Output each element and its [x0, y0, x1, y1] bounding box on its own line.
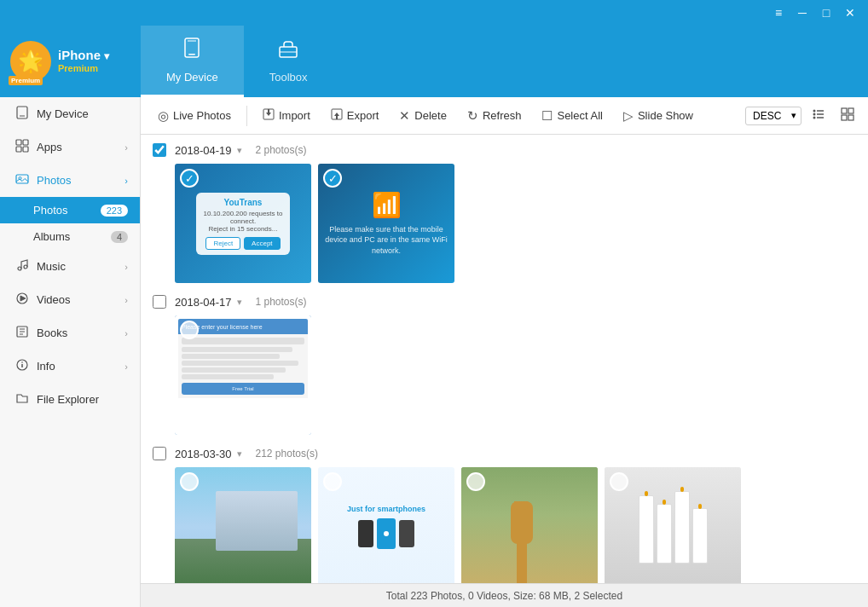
live-photos-button[interactable]: ◎ Live Photos: [149, 104, 240, 128]
sidebar-item-my-device[interactable]: My Device: [0, 97, 140, 130]
wifi-icon: 📶: [372, 191, 402, 219]
photo-check-4: [180, 472, 199, 491]
svg-rect-9: [16, 147, 21, 152]
date-count-2018-03-30: 212 photos(s): [256, 448, 318, 460]
sort-select[interactable]: DESC ASC: [745, 107, 801, 125]
svg-point-30: [813, 116, 816, 119]
sidebar-item-photos-label: Photos: [37, 174, 118, 187]
my-device-icon: [180, 37, 204, 66]
svg-rect-34: [842, 115, 847, 120]
music-icon: [14, 258, 30, 275]
sidebar-item-info[interactable]: Info ›: [0, 350, 140, 383]
photo-thumb-5[interactable]: Just for smartphones: [318, 467, 454, 583]
apps-icon: [14, 139, 30, 155]
sidebar-item-books[interactable]: Books ›: [0, 316, 140, 350]
photo-check-6: [466, 472, 485, 491]
tab-toolbox-label: Toolbox: [269, 71, 308, 84]
photo-check-5: [323, 472, 342, 491]
sidebar-item-videos[interactable]: Videos ›: [0, 283, 140, 316]
music-arrow-icon: ›: [124, 262, 128, 272]
date-label-2018-04-17: 2018-04-17 ▾: [175, 296, 242, 309]
list-view-button[interactable]: [807, 104, 830, 128]
date-arrow-icon: ▾: [237, 145, 242, 156]
photos-content[interactable]: 2018-04-19 ▾ 2 photos(s) YouTrans 10.10.…: [141, 135, 868, 583]
select-all-button[interactable]: ☐ Select All: [533, 104, 610, 128]
date-header-2018-03-30: 2018-03-30 ▾ 212 photos(s): [153, 447, 856, 460]
svg-rect-33: [848, 108, 854, 113]
photo-thumb-1[interactable]: YouTrans 10.10.200.200 requests to conne…: [175, 164, 311, 283]
info-icon: [14, 358, 30, 374]
sidebar-item-apps[interactable]: Apps ›: [0, 130, 140, 164]
svg-rect-35: [848, 115, 854, 120]
sidebar-item-my-device-label: My Device: [37, 107, 128, 120]
date-header-2018-04-17: 2018-04-17 ▾ 1 photos(s): [153, 295, 856, 309]
svg-point-23: [21, 361, 23, 363]
date-count-2018-04-19: 2 photos(s): [256, 144, 307, 156]
photo-grid-2018-03-30: Just for smartphones: [175, 467, 856, 583]
svg-point-13: [18, 267, 21, 270]
delete-button[interactable]: ✕ Delete: [391, 104, 455, 128]
sidebar-item-file-explorer[interactable]: File Explorer: [0, 383, 140, 416]
sidebar-item-music-label: Music: [37, 260, 118, 273]
grid-view-button[interactable]: [836, 104, 859, 128]
sidebar-subitem-albums[interactable]: Albums 4: [0, 223, 140, 250]
tab-my-device[interactable]: My Device: [141, 26, 244, 97]
minimize-button[interactable]: ─: [791, 2, 813, 24]
svg-marker-16: [20, 296, 26, 301]
dialog-mock: YouTrans 10.10.200.200 requests to conne…: [196, 193, 290, 255]
sidebar-item-file-explorer-label: File Explorer: [37, 393, 128, 406]
apps-arrow-icon: ›: [124, 142, 128, 153]
maximize-button[interactable]: □: [815, 2, 837, 24]
toolbar-separator-1: [246, 106, 247, 126]
date-checkbox-2018-03-30[interactable]: [153, 447, 166, 460]
svg-rect-11: [16, 175, 28, 183]
photo-thumb-3[interactable]: Please enter your license here Fr: [175, 315, 311, 435]
menu-button[interactable]: ≡: [767, 2, 790, 24]
date-arrow-icon: ▾: [237, 297, 242, 308]
import-button[interactable]: Import: [254, 104, 319, 127]
photo-check-7: [610, 472, 628, 491]
toolbar-right: DESC ASC: [745, 104, 859, 128]
date-group-2018-03-30: 2018-03-30 ▾ 212 photos(s): [153, 447, 856, 583]
refresh-button[interactable]: ↻ Refresh: [459, 104, 530, 128]
photo-grid-2018-04-19: YouTrans 10.10.200.200 requests to conne…: [175, 164, 856, 283]
header: 🌟 Premium iPhone ▾ Premium My Device: [0, 26, 868, 97]
photo-thumb-7[interactable]: [605, 467, 741, 583]
books-icon: [14, 325, 30, 341]
export-button[interactable]: Export: [322, 104, 388, 127]
photo-thumb-2[interactable]: 📶 Please make sure that the mobile devic…: [318, 164, 454, 283]
date-group-2018-04-17: 2018-04-17 ▾ 1 photos(s) Please enter yo…: [153, 295, 856, 435]
toolbar: ◎ Live Photos Import Export ✕ Delete: [141, 97, 868, 135]
date-checkbox-2018-04-19[interactable]: [153, 143, 166, 157]
photo-thumb-6[interactable]: [461, 467, 598, 583]
sidebar-item-videos-label: Videos: [37, 293, 118, 306]
file-explorer-icon: [14, 391, 30, 408]
sort-wrapper: DESC ASC: [745, 107, 801, 125]
photo-thumb-4[interactable]: [175, 467, 311, 583]
svg-rect-32: [842, 108, 847, 113]
photos-icon: [14, 172, 30, 188]
slide-show-button[interactable]: ▷ Slide Show: [615, 104, 702, 128]
delete-icon: ✕: [399, 108, 410, 124]
select-all-icon: ☐: [541, 108, 553, 124]
app-logo: 🌟 Premium: [10, 41, 51, 82]
sidebar-subitem-photos[interactable]: Photos 223: [0, 197, 140, 223]
window-controls: ≡ ─ □ ✕: [767, 2, 861, 24]
photo-check-2: ✓: [323, 169, 342, 188]
sidebar-subitem-albums-label: Albums: [33, 230, 111, 243]
svg-rect-10: [23, 147, 28, 152]
date-checkbox-2018-04-17[interactable]: [153, 295, 166, 309]
logo-area: 🌟 Premium iPhone ▾ Premium: [0, 26, 141, 97]
nav-tabs: My Device Toolbox: [141, 26, 333, 97]
videos-arrow-icon: ›: [124, 295, 128, 305]
svg-point-28: [813, 113, 816, 115]
app-name-iphone: iPhone ▾: [58, 48, 109, 63]
close-button[interactable]: ✕: [839, 2, 861, 24]
sidebar-item-music[interactable]: Music ›: [0, 250, 140, 283]
sidebar-item-photos[interactable]: Photos ›: [0, 164, 140, 197]
export-icon: [331, 108, 343, 123]
info-arrow-icon: ›: [124, 361, 128, 372]
svg-rect-7: [16, 140, 21, 145]
date-label-2018-03-30: 2018-03-30 ▾: [175, 448, 242, 460]
tab-toolbox[interactable]: Toolbox: [244, 26, 333, 97]
